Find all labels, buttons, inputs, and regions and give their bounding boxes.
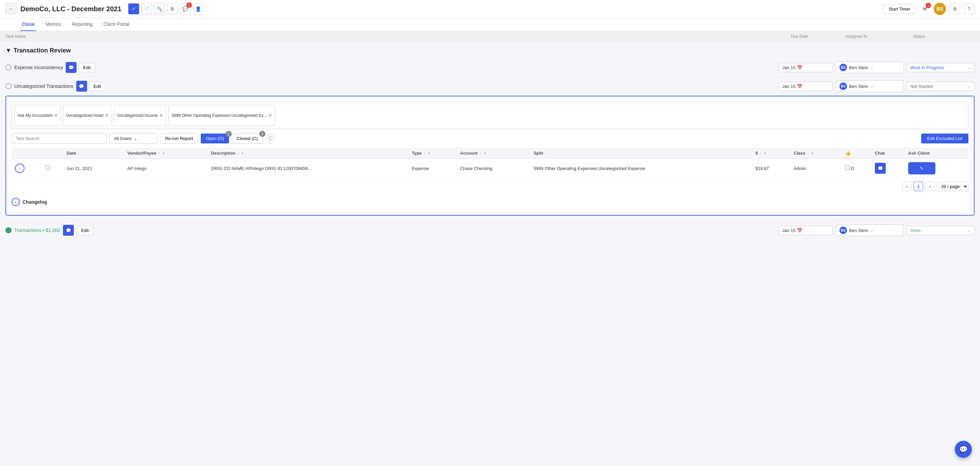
next-page-button[interactable]: › — [925, 182, 935, 191]
tag-5999[interactable]: 5999 Other Operating Expenses:Uncategori… — [169, 105, 275, 126]
back-button[interactable]: ← — [5, 3, 16, 14]
document-icon-btn[interactable]: 📄 — [141, 3, 152, 14]
panel-toolbar: All Dates ⌄ Re-run Report Open (O) 1 Clo… — [11, 133, 969, 144]
row-checkbox[interactable] — [46, 166, 50, 170]
closed-button[interactable]: Closed (C) 3 — [232, 133, 263, 144]
tag-close-icon[interactable]: ✕ — [159, 113, 163, 118]
bottom-chat-button[interactable]: 💬 — [63, 225, 74, 236]
th-amount[interactable]: $ ↕ ▼ — [752, 148, 790, 159]
expanded-transaction-panel: Ask My Accountant ✕ Uncategorized Asset … — [5, 96, 975, 215]
section-chevron: ▼ — [5, 47, 11, 54]
due-date-header: Due Date — [791, 34, 845, 39]
date-filter-select[interactable]: All Dates ⌄ — [110, 133, 157, 144]
status-expense[interactable]: Work in Progress ⌄ — [907, 63, 975, 72]
tab-metrics[interactable]: Metrics — [44, 18, 62, 31]
th-class[interactable]: Class ↕ ▼ — [790, 148, 842, 159]
prev-page-button[interactable]: ‹ — [902, 182, 912, 191]
tab-client-portal[interactable]: Client Portal — [102, 18, 130, 31]
tag-uncategorized-income[interactable]: Uncategorized Income ✕ — [114, 105, 166, 126]
chat-button-expense[interactable]: 💬 — [66, 62, 76, 73]
gear-icon-btn[interactable]: ⚙ — [167, 3, 178, 14]
assignee-expense[interactable]: BS Ben Stein ⌄ — [836, 62, 904, 73]
th-check — [42, 148, 63, 159]
edit-excluded-list-button[interactable]: Edit Excluded List — [921, 134, 969, 144]
tags-area[interactable]: Ask My Accountant ✕ Uncategorized Asset … — [11, 102, 969, 129]
account-filter-icon: ▼ — [483, 152, 487, 155]
bottom-due-date[interactable]: Jan 15 📅 — [778, 226, 833, 235]
checkmark-icon-btn[interactable]: ✓ — [128, 3, 139, 14]
edit-button-expense[interactable]: Edit — [79, 63, 95, 72]
status-dropdown-arrow-expense: ⌄ — [967, 65, 971, 70]
date-filter-label: All Dates — [114, 136, 132, 141]
tag-close-icon[interactable]: ✕ — [54, 113, 58, 118]
header-icon-group: ✓ 📄 🔍 ⚙ 💬 1 👤 — [128, 3, 204, 14]
tag-close-icon[interactable]: ✕ — [268, 113, 272, 118]
bottom-edit-button[interactable]: Edit — [76, 226, 93, 235]
due-date-expense[interactable]: Jan 15 📅 — [778, 63, 833, 72]
th-description[interactable]: Description ↕ ▼ — [208, 148, 408, 159]
th-account[interactable]: Account ↕ ▼ — [457, 148, 530, 159]
tag-close-icon[interactable]: ✕ — [105, 113, 109, 118]
user-avatar[interactable]: BS — [934, 3, 946, 15]
desc-filter-icon: ▼ — [241, 152, 244, 155]
calendar-icon-bottom: 📅 — [797, 228, 802, 233]
start-timer-button[interactable]: Start Timer — [883, 4, 916, 14]
tag-uncategorized-asset[interactable]: Uncategorized Asset ✕ — [63, 105, 112, 126]
chat-button-uncategorized[interactable]: 💬 — [76, 81, 87, 92]
desc-sort-icon: ↕ — [237, 152, 239, 155]
bottom-status-label: Done — [910, 228, 921, 233]
tab-close[interactable]: Close — [21, 18, 36, 31]
bottom-assignee[interactable]: BS Ben Stein ⌄ — [836, 225, 904, 236]
account-sort-icon: ↕ — [479, 152, 481, 155]
row-expand-button[interactable]: › — [15, 163, 24, 173]
tag-label: 5999 Other Operating Expenses:Uncategori… — [172, 113, 267, 118]
cell-thumbs: O — [842, 159, 872, 178]
bottom-assignee-avatar: BS — [840, 227, 847, 234]
task-label-expense: Expense Inconsistency — [14, 65, 63, 70]
user-icon-btn[interactable]: 👤 — [193, 3, 204, 14]
status-uncategorized[interactable]: Not Started ⌄ — [907, 82, 975, 91]
task-circle-expense[interactable] — [5, 64, 11, 70]
due-date-uncategorized[interactable]: Jan 15 📅 — [778, 82, 833, 91]
table-header-row: Date ↕ Vendor/Payee ↕ ▼ Description ↕ ▼ — [11, 148, 969, 159]
changelog-section[interactable]: › Changelog — [11, 195, 969, 209]
calendar-icon-uncategorized: 📅 — [797, 84, 802, 89]
date-sort-label: Date — [67, 150, 76, 156]
section-heading[interactable]: ▼ Transaction Review — [5, 47, 975, 54]
help-icon-btn[interactable]: ? — [964, 3, 975, 14]
ask-client-button[interactable]: ✎ — [908, 162, 935, 174]
text-search-input[interactable] — [11, 133, 107, 144]
assignee-avatar-uncategorized: BS — [840, 83, 847, 90]
mail-icon-btn[interactable]: ✉ 1 — [920, 3, 930, 14]
chat-notification-badge: 1 — [186, 2, 192, 8]
thumbs-label: O — [851, 166, 854, 171]
tab-reporting[interactable]: Reporting — [70, 18, 94, 31]
task-name-header: Task Name — [5, 34, 791, 39]
page-1-button[interactable]: 1 — [914, 182, 923, 191]
open-button[interactable]: Open (O) 1 — [201, 134, 229, 144]
settings-icon-btn[interactable]: ⚙ — [950, 3, 960, 14]
rerun-report-button[interactable]: Re-run Report — [160, 133, 198, 144]
th-type[interactable]: Type ↕ ▼ — [408, 148, 457, 159]
th-split[interactable]: Split ↕ — [530, 148, 752, 159]
thumbs-checkbox[interactable] — [845, 166, 850, 170]
info-button[interactable]: ⓘ — [266, 134, 275, 144]
per-page-select[interactable]: 20 / page — [937, 182, 969, 191]
chat-notif-icon-btn[interactable]: 💬 1 — [180, 3, 191, 14]
row-chat-button[interactable]: 💬 — [875, 163, 886, 174]
status-dropdown-uncategorized: ⌄ — [967, 84, 971, 89]
task-actions-expense: 💬 Edit — [66, 62, 95, 73]
assignee-uncategorized[interactable]: BS Ben Stein ⌄ — [836, 80, 904, 92]
edit-button-uncategorized[interactable]: Edit — [89, 82, 105, 91]
tag-ask-my-accountant[interactable]: Ask My Accountant ✕ — [14, 105, 61, 126]
transactions-table: Date ↕ Vendor/Payee ↕ ▼ Description ↕ ▼ — [11, 148, 969, 178]
changelog-expand-icon[interactable]: › — [11, 198, 20, 206]
bottom-status[interactable]: Done ⌄ — [907, 226, 975, 235]
task-row: Expense Inconsistency 💬 Edit Jan 15 📅 BS… — [5, 58, 975, 77]
closed-count-badge: 3 — [259, 131, 266, 137]
desc-sort-label: Description — [211, 150, 235, 156]
nav-tabs: Close Metrics Reporting Client Portal — [0, 18, 980, 31]
task-circle-uncategorized[interactable] — [5, 83, 11, 89]
search-icon-btn[interactable]: 🔍 — [154, 3, 165, 14]
th-vendor[interactable]: Vendor/Payee ↕ ▼ — [124, 148, 208, 159]
